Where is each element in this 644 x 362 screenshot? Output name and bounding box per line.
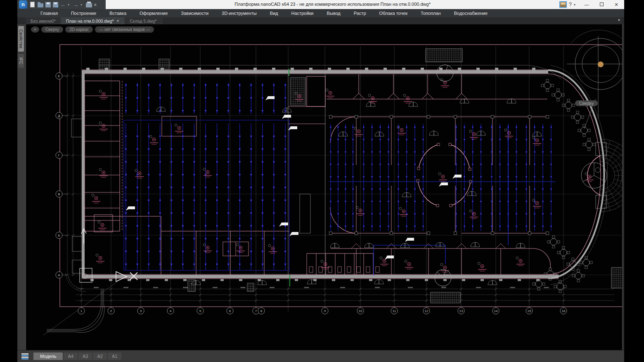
undo-icon[interactable]: ← — [60, 2, 66, 8]
nanocad-window: n ← ▾ → ▾ ≡ Платформа nanoCAD x64 23 - н… — [17, 0, 624, 362]
hatch-areas — [99, 49, 623, 303]
restore-button[interactable] — [594, 0, 608, 9]
svg-text:5: 5 — [199, 309, 201, 313]
drawing-canvas[interactable]: 12345678910111213141516ЕДГВБА + Сверху 2… — [26, 24, 623, 350]
menu-10[interactable]: Растр — [348, 10, 372, 17]
svg-text:14: 14 — [494, 309, 498, 313]
menu-6[interactable]: 3D-инструменты — [216, 10, 263, 17]
svg-text:Е: Е — [58, 74, 60, 78]
document-tab-bar: Без имени0*План на отм.0.000.dwg*✕Склад … — [17, 17, 624, 24]
new-file-icon[interactable] — [30, 2, 35, 7]
pipe-mains — [329, 125, 555, 276]
svg-text:7: 7 — [255, 309, 257, 313]
menu-8[interactable]: Настройки — [286, 10, 320, 17]
minimize-button[interactable]: — — [580, 0, 594, 9]
axis-grid — [62, 46, 621, 312]
toolbar-overflow-icon[interactable]: ≡ — [94, 2, 97, 8]
svg-text:15: 15 — [528, 309, 531, 313]
visual-style-pill[interactable]: 2D-каркас — [65, 26, 93, 33]
svg-text:1: 1 — [80, 309, 83, 313]
svg-text:А: А — [58, 273, 60, 277]
svg-text:3: 3 — [140, 309, 142, 313]
svg-text:4: 4 — [170, 309, 172, 313]
viewport-controls: + Сверху 2D-каркас — нет связанных видов… — [31, 26, 154, 33]
doc-tab-2[interactable]: План на отм.0.000.dwg*✕ — [61, 17, 125, 24]
quick-access-toolbar: n ← ▾ → ▾ ≡ — [17, 0, 106, 9]
undo-caret-icon[interactable]: ▾ — [68, 2, 71, 8]
menu-4[interactable]: Оформление — [134, 10, 173, 17]
menu-2[interactable]: Построение — [65, 10, 102, 17]
tab-close-icon[interactable]: ✕ — [116, 19, 120, 23]
help-caret-icon[interactable]: ▾ — [574, 3, 575, 7]
sheet-tab-model[interactable]: Модель — [33, 353, 63, 360]
rack-zones-right — [330, 124, 552, 231]
left-panel-strip: СвойстваIFC — [17, 24, 26, 350]
sheet-bar: МодельА4А3А2А1 — [17, 350, 624, 362]
floor-plan-drawing: 12345678910111213141516ЕДГВБА — [26, 24, 623, 350]
view-direction-pill[interactable]: Сверху — [41, 26, 63, 33]
drawing-frame — [60, 45, 623, 307]
menu-1[interactable]: Главная — [35, 10, 64, 17]
menu-12[interactable]: Топоплан — [415, 10, 447, 17]
doc-tab-1[interactable]: Без имени0* — [26, 17, 61, 24]
svg-text:10: 10 — [359, 309, 362, 313]
svg-text:16: 16 — [562, 309, 566, 313]
viewport-plus-button[interactable]: + — [31, 26, 39, 33]
svg-text:2: 2 — [110, 309, 112, 313]
title-bar: n ← ▾ → ▾ ≡ Платформа nanoCAD x64 23 - н… — [17, 0, 624, 9]
menu-bar: ГлавнаяПостроениеВставкаОформлениеЗависи… — [17, 9, 624, 17]
store-panel-icon[interactable] — [559, 1, 567, 8]
svg-text:Б: Б — [58, 234, 60, 237]
door-swings — [156, 99, 542, 285]
restaurant-tables — [533, 79, 595, 293]
leader-flags — [126, 96, 623, 260]
title-bar-controls: ? ▾ — ✕ — [559, 0, 624, 9]
menu-9[interactable]: Вывод — [321, 10, 346, 17]
svg-text:6: 6 — [229, 309, 231, 313]
menu-5[interactable]: Зависимости — [175, 10, 214, 17]
nanocad-logo-icon: n — [19, 0, 27, 9]
equipment-markers — [92, 78, 594, 272]
menu-11[interactable]: Облака точек — [374, 10, 414, 17]
interior-walls — [85, 73, 550, 275]
menu-13[interactable]: Водоснабжение — [448, 10, 493, 17]
window-title: Платформа nanoCAD x64 23 - не для коммер… — [106, 0, 559, 9]
svg-text:В: В — [58, 192, 60, 196]
linked-views-pill[interactable]: — нет связанных видов — — [95, 26, 154, 33]
redo-icon[interactable]: → — [73, 2, 78, 8]
open-file-icon[interactable] — [38, 3, 43, 7]
sheet-tab-а2[interactable]: А2 — [93, 353, 107, 360]
ucs-icon — [80, 229, 137, 282]
svg-text:13: 13 — [459, 309, 463, 313]
svg-text:Г: Г — [58, 154, 60, 157]
svg-text:Д: Д — [58, 114, 60, 118]
panel-tab-свойства[interactable]: Свойства — [18, 26, 24, 52]
sheet-list-icon[interactable] — [21, 353, 28, 360]
save-all-icon[interactable] — [53, 2, 58, 7]
print-icon[interactable] — [86, 3, 92, 7]
save-icon[interactable] — [45, 2, 51, 7]
svg-text:9: 9 — [324, 309, 326, 313]
screen: n ← ▾ → ▾ ≡ Платформа nanoCAD x64 23 - н… — [0, 0, 644, 362]
menu-7[interactable]: Вид — [264, 10, 284, 17]
svg-text:8: 8 — [260, 309, 263, 313]
panel-tab-ifc[interactable]: IFC — [18, 54, 24, 68]
close-button[interactable]: ✕ — [609, 0, 623, 9]
redo-caret-icon[interactable]: ▾ — [80, 2, 84, 8]
svg-text:12: 12 — [425, 309, 429, 313]
svg-text:11: 11 — [393, 309, 396, 313]
menu-3[interactable]: Вставка — [104, 10, 132, 17]
sheet-tab-а1[interactable]: А1 — [108, 353, 121, 360]
tab-list-caret-icon[interactable]: ▼ — [614, 17, 624, 24]
help-button[interactable]: ? — [568, 2, 573, 7]
sheet-tab-а3[interactable]: А3 — [78, 353, 92, 360]
sheet-tab-а4[interactable]: А4 — [64, 353, 77, 360]
view-tooltip: Сверху — [575, 100, 598, 106]
doc-tab-3[interactable]: Склад 5.dwg* — [125, 17, 162, 24]
